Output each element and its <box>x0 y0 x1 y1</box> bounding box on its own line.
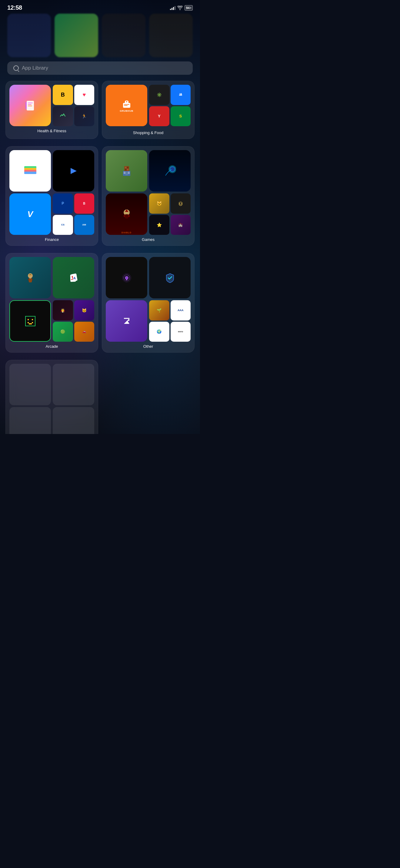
svg-rect-3 <box>28 105 32 106</box>
status-time: 12:58 <box>7 4 22 11</box>
svg-rect-23 <box>128 172 130 174</box>
svg-rect-30 <box>29 278 31 278</box>
folder-hidden[interactable]: Hidden <box>5 360 98 434</box>
svg-rect-27 <box>125 214 128 218</box>
svg-rect-29 <box>29 278 32 282</box>
svg-rect-2 <box>28 104 31 105</box>
app-seed-icon[interactable]: 🌱 <box>149 300 169 320</box>
svg-rect-38 <box>25 326 35 326</box>
app-parking-icon[interactable]: 🚗 <box>74 322 94 342</box>
folder-games[interactable]: DIABLO 🐱 ⭐ <box>102 146 195 246</box>
svg-rect-1 <box>28 102 33 103</box>
svg-point-28 <box>28 273 33 278</box>
svg-marker-50 <box>124 318 130 324</box>
hidden-app-1 <box>9 364 51 405</box>
app-eero-icon[interactable]: eero <box>171 322 191 342</box>
folder-arcade-label: Arcade <box>9 344 94 349</box>
app-subway-icon[interactable]: S <box>171 106 191 126</box>
folders-grid: B ♥ 🏃 Health & Fitness <box>0 81 200 434</box>
status-icons: 94 <box>170 5 193 10</box>
search-placeholder: App Library <box>22 65 48 71</box>
app-network-icon[interactable] <box>106 257 147 299</box>
app-zelle-icon[interactable] <box>106 300 147 342</box>
app-universe-icon[interactable] <box>149 150 191 192</box>
svg-rect-41 <box>28 319 29 320</box>
app-bofa-icon[interactable]: B <box>74 193 94 214</box>
app-grubhub-icon[interactable]: GRUBHUB <box>106 85 147 126</box>
wifi-icon <box>177 6 183 10</box>
app-journal-icon[interactable] <box>9 85 51 126</box>
app-security-icon[interactable] <box>149 257 191 299</box>
folder-health-fitness-label: Health & Fitness <box>9 129 94 133</box>
app-rpg-icon[interactable] <box>9 257 51 299</box>
folder-arcade[interactable]: J A ♦ <box>5 253 98 352</box>
svg-rect-9 <box>179 95 182 96</box>
svg-rect-18 <box>125 168 127 170</box>
battery-level: 94 <box>186 6 190 10</box>
folder-health-fitness[interactable]: B ♥ 🏃 Health & Fitness <box>5 81 98 139</box>
folder-finance-label: Finance <box>9 237 94 242</box>
svg-rect-44 <box>29 323 32 324</box>
top-blurred-row <box>0 13 200 57</box>
app-yelp-icon[interactable]: Y <box>149 106 169 126</box>
svg-rect-16 <box>125 167 127 168</box>
svg-rect-43 <box>28 322 29 323</box>
svg-point-49 <box>126 279 127 280</box>
app-venmo-icon[interactable]: V <box>9 193 51 235</box>
svg-marker-14 <box>70 168 77 174</box>
folder-finance[interactable]: V P B CS AM Finance <box>5 146 98 246</box>
app-health-love-icon[interactable]: ♥ <box>74 85 94 105</box>
svg-rect-19 <box>127 168 128 170</box>
app-cat-game-icon[interactable]: 🐱 <box>149 193 169 214</box>
app-cat2-icon[interactable]: 🐱 <box>74 300 94 320</box>
app-amex-icon[interactable]: AM <box>74 215 94 235</box>
app-dark-rpg-icon[interactable]: 🧛 <box>53 300 73 320</box>
svg-rect-13 <box>24 172 36 174</box>
folder-shopping-food[interactable]: GRUBHUB ✳️ Y <box>102 81 195 139</box>
svg-point-6 <box>126 101 127 102</box>
search-bar[interactable]: App Library <box>7 61 193 75</box>
app-instacart-icon[interactable]: ✳️ <box>149 85 169 105</box>
svg-rect-22 <box>124 172 125 174</box>
app-pixel-icon[interactable] <box>9 300 51 342</box>
svg-rect-21 <box>125 172 128 175</box>
svg-rect-39 <box>25 316 26 326</box>
signal-bars-icon <box>170 6 175 10</box>
app-bereal-icon[interactable]: B <box>53 85 73 105</box>
app-wallet-icon[interactable] <box>9 150 51 192</box>
app-schwab-icon[interactable]: CS <box>53 215 73 235</box>
app-cutrope-icon[interactable]: 🟢 <box>53 322 73 342</box>
app-aaa-icon[interactable]: AAA <box>171 300 191 320</box>
app-copilot-icon[interactable] <box>53 150 94 192</box>
svg-rect-4 <box>25 102 27 109</box>
svg-rect-45 <box>32 322 33 323</box>
svg-rect-17 <box>127 167 128 168</box>
svg-rect-42 <box>32 319 33 320</box>
hidden-app-4 <box>53 407 94 434</box>
svg-rect-37 <box>25 316 35 317</box>
folder-games-label: Games <box>106 237 191 242</box>
folder-other-label: Other <box>106 344 191 349</box>
app-health2-icon[interactable] <box>53 106 73 126</box>
app-starwars-icon[interactable]: ⭐ <box>149 215 169 235</box>
svg-rect-7 <box>124 104 130 105</box>
svg-rect-8 <box>124 105 127 106</box>
app-paypal-icon[interactable]: P <box>53 193 73 214</box>
app-cards-icon[interactable]: J A ♦ <box>53 257 94 299</box>
app-assassins-icon[interactable] <box>171 193 191 214</box>
svg-text:♦: ♦ <box>72 275 73 278</box>
folder-shopping-food-label: Shopping & Food <box>106 130 191 135</box>
folder-other[interactable]: 🌱 AAA 🌍 eero Other <box>102 253 195 352</box>
search-icon <box>13 65 19 71</box>
battery-indicator: 94 <box>184 5 193 10</box>
hidden-app-3 <box>9 407 51 434</box>
app-diablo-icon[interactable]: DIABLO <box>106 193 147 235</box>
svg-text:A: A <box>73 276 76 280</box>
app-appstore-icon[interactable] <box>171 85 191 105</box>
status-bar: 12:58 94 <box>0 0 200 13</box>
app-castle-game-icon[interactable]: 🏰 <box>171 215 191 235</box>
app-globe-icon[interactable]: 🌍 <box>149 322 169 342</box>
app-minecraft-icon[interactable] <box>106 150 147 192</box>
svg-rect-40 <box>35 316 35 326</box>
app-fitness3-icon[interactable]: 🏃 <box>74 106 94 126</box>
